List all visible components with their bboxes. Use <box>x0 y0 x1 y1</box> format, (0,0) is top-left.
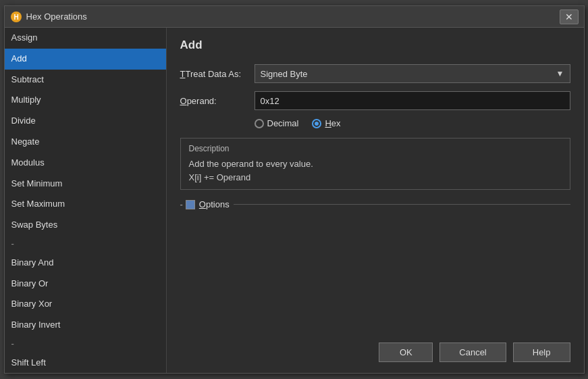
hex-operations-dialog: H Hex Operations ✕ Assign Add Subtract M… <box>4 5 585 374</box>
treat-data-combobox[interactable]: Signed Byte ▼ <box>255 64 570 83</box>
description-box: Description Add the operand to every val… <box>180 138 570 190</box>
radio-row: Decimal Hex <box>255 118 570 128</box>
right-panel: Add TTreat Data As: Signed Byte ▼ Operan… <box>167 28 584 373</box>
list-item-multiply[interactable]: Multiply <box>5 90 166 111</box>
list-item-set-maximum[interactable]: Set Maximum <box>5 194 166 215</box>
hex-label: Hex <box>325 118 340 128</box>
description-line2: X[i] += Operand <box>189 172 251 182</box>
operation-list-scroll[interactable]: Assign Add Subtract Multiply Divide Nega… <box>5 28 166 373</box>
description-text: Add the operand to every value. X[i] += … <box>189 157 562 184</box>
list-item-binary-and[interactable]: Binary And <box>5 253 166 274</box>
section-title: Add <box>180 39 570 52</box>
options-checkbox-icon[interactable] <box>186 200 195 209</box>
options-label: Options <box>199 199 230 209</box>
list-separator-1: - <box>5 236 166 253</box>
list-item-negate[interactable]: Negate <box>5 132 166 153</box>
list-item-divide[interactable]: Divide <box>5 111 166 132</box>
ok-button[interactable]: OK <box>379 343 433 362</box>
description-label: Description <box>189 144 562 153</box>
operand-input[interactable] <box>255 91 570 110</box>
hex-radio-option[interactable]: Hex <box>312 118 340 128</box>
cancel-button[interactable]: Cancel <box>439 343 506 362</box>
operand-row: Operand: <box>180 91 570 110</box>
options-collapse-button[interactable]: - <box>180 199 183 209</box>
decimal-radio-circle <box>255 119 264 128</box>
spacer <box>180 216 570 337</box>
app-icon: H <box>10 11 22 23</box>
list-item-subtract[interactable]: Subtract <box>5 70 166 91</box>
window-title: Hex Operations <box>26 11 560 22</box>
decimal-radio-option[interactable]: Decimal <box>255 118 299 128</box>
operation-list-panel: Assign Add Subtract Multiply Divide Nega… <box>5 28 167 373</box>
list-item-modulus[interactable]: Modulus <box>5 153 166 174</box>
description-line1: Add the operand to every value. <box>189 159 313 169</box>
treat-label: TTreat Data As: <box>180 69 255 79</box>
options-divider <box>234 204 570 205</box>
treat-data-control: Signed Byte ▼ <box>255 64 570 83</box>
decimal-label: Decimal <box>267 118 299 128</box>
help-button[interactable]: Help <box>513 343 570 362</box>
list-item-swap-bytes[interactable]: Swap Bytes <box>5 215 166 236</box>
hex-radio-circle <box>312 119 321 128</box>
list-item-assign[interactable]: Assign <box>5 28 166 49</box>
list-item-binary-or[interactable]: Binary Or <box>5 274 166 295</box>
list-item-binary-xor[interactable]: Binary Xor <box>5 294 166 315</box>
options-section: - Options <box>180 199 570 209</box>
dialog-body: Assign Add Subtract Multiply Divide Nega… <box>5 28 584 373</box>
operand-label: Operand: <box>180 96 255 106</box>
operand-control <box>255 91 570 110</box>
list-item-set-minimum[interactable]: Set Minimum <box>5 174 166 195</box>
title-bar: H Hex Operations ✕ <box>5 6 584 28</box>
list-separator-2: - <box>5 336 166 353</box>
combobox-arrow-icon: ▼ <box>556 69 564 78</box>
treat-data-row: TTreat Data As: Signed Byte ▼ <box>180 64 570 83</box>
list-item-add[interactable]: Add <box>5 49 166 70</box>
treat-data-value: Signed Byte <box>261 69 308 79</box>
close-button[interactable]: ✕ <box>560 9 579 24</box>
button-row: OK Cancel Help <box>180 337 570 362</box>
list-item-shift-left[interactable]: Shift Left <box>5 353 166 373</box>
list-item-binary-invert[interactable]: Binary Invert <box>5 315 166 336</box>
svg-text:H: H <box>14 14 18 21</box>
